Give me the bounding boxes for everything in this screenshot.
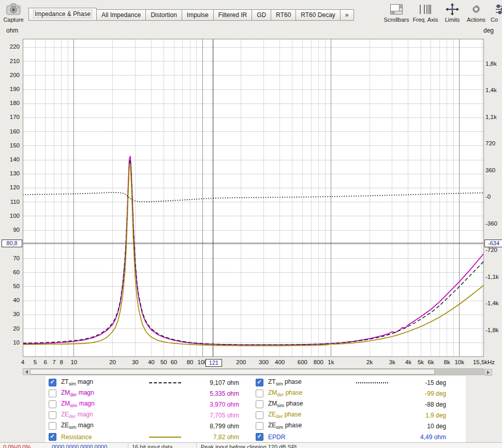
legend-value-zm-der-magn: 5,335 ohm xyxy=(190,390,239,397)
left-axis-tick: 90 xyxy=(1,227,20,233)
tab-more-tabs[interactable]: » xyxy=(340,9,354,21)
frequency-axis-tick: 20 xyxy=(109,359,116,365)
scrollbar-thumb[interactable] xyxy=(30,369,435,375)
right-axis-tick: -1,1k xyxy=(485,274,502,280)
plot-border xyxy=(23,39,484,357)
curve-zt-sim-phase xyxy=(23,192,484,202)
left-axis-tick: 150 xyxy=(1,142,20,148)
scroll-right-arrow[interactable] xyxy=(484,369,492,376)
frequency-axis-tick: 5k xyxy=(418,359,424,365)
legend-line-sample-zt-sim-phase xyxy=(346,382,397,383)
right-axis-tick: -1,4k xyxy=(485,300,502,306)
tab-rt60[interactable]: RT60 xyxy=(271,9,296,21)
legend-label-ze-der-magn: ZEder magn xyxy=(61,411,139,419)
legend-label-ze-sim-phase: ZEsim phase xyxy=(268,422,346,430)
actions-button[interactable]: Actions xyxy=(464,2,488,23)
left-axis-tick: 180 xyxy=(1,100,20,106)
frequency-axis-tick: 200 xyxy=(236,359,246,365)
controls-button[interactable]: Co xyxy=(488,2,502,23)
frequency-axis-tick: 4 xyxy=(21,359,24,365)
frequency-axis-tick: 40 xyxy=(148,359,155,365)
tab-distortion[interactable]: Distortion xyxy=(145,9,182,21)
legend-row-ze-der-phase: ZEder phase1,9 deg xyxy=(256,410,463,421)
legend-checkbox-ze-sim-phase[interactable] xyxy=(256,422,263,430)
right-axis-tick: -720 xyxy=(485,247,502,253)
graph-tab-bar: Impedance & PhaseAll ImpedanceDistortion… xyxy=(28,8,353,21)
toolbar-right-buttons: ScrollbarsFreq. AxisLimitsActionsCo xyxy=(382,2,502,23)
legend-row-zt-sim-magn: ZTsim magn9,107 ohm xyxy=(49,377,256,388)
frequency-axis-tick: 6k xyxy=(428,359,434,365)
left-axis-tick: 110 xyxy=(1,199,20,205)
frequency-axis-tick: 60 xyxy=(171,359,178,365)
right-axis-tick: -1,8k xyxy=(485,327,502,333)
tab-gd[interactable]: GD xyxy=(252,9,271,21)
legend-row-ze-der-magn: ZEder magn7,705 ohm xyxy=(49,410,256,421)
trace-legend: ZTsim magn9,107 ohmZMder magn5,335 ohmZM… xyxy=(46,376,466,443)
left-axis-tick: 30 xyxy=(1,311,20,317)
right-axis-tick: 1,8k xyxy=(485,61,502,67)
left-axis-tick: 20 xyxy=(1,325,20,332)
tab-filtered-ir[interactable]: Filtered IR xyxy=(213,9,252,21)
left-axis-tick: 130 xyxy=(1,170,20,176)
legend-row-ze-sim-magn: ZEsim magn8,799 ohm xyxy=(49,421,256,431)
legend-line-sample-zt-sim-magn xyxy=(139,382,190,383)
freq-axis-button[interactable]: Freq. Axis xyxy=(410,2,440,23)
legend-checkbox-zt-sim-magn[interactable] xyxy=(49,379,56,386)
scrollbars-button[interactable]: Scrollbars xyxy=(382,2,410,23)
left-axis-tick: 10 xyxy=(1,339,20,346)
cursor-ohm-readout: 80,8 xyxy=(2,240,22,247)
legend-row-zm-sim-magn: ZMsim magn3,970 ohm xyxy=(49,399,256,410)
tab-rt60-decay[interactable]: RT60 Decay xyxy=(296,9,340,21)
tab-all-impedance[interactable]: All Impedance xyxy=(96,9,146,21)
legend-label-zt-sim-phase: ZTsim phase xyxy=(268,378,346,386)
frequency-axis-tick: 30 xyxy=(132,359,139,365)
grid xyxy=(23,39,484,357)
legend-checkbox-resistance[interactable] xyxy=(49,433,56,441)
legend-checkbox-epdr[interactable] xyxy=(256,433,263,441)
freq-axis-icon xyxy=(410,2,440,17)
legend-checkbox-ze-der-phase[interactable] xyxy=(256,411,263,419)
actions-label: Actions xyxy=(464,17,488,23)
legend-value-resistance: 7,82 ohm xyxy=(190,434,239,441)
legend-checkbox-zm-sim-magn[interactable] xyxy=(49,400,56,408)
left-axis-tick: 40 xyxy=(1,297,20,303)
legend-value-ze-der-phase: 1,9 deg xyxy=(397,412,446,419)
frequency-axis-tick: 5 xyxy=(34,359,37,365)
left-axis-tick: 210 xyxy=(1,58,20,64)
horizontal-scrollbar[interactable] xyxy=(23,368,484,375)
limits-button[interactable]: Limits xyxy=(440,2,464,23)
sample-values: 0000 0000 0000 0000 xyxy=(52,444,107,448)
right-axis-unit: deg xyxy=(483,27,494,34)
actions-icon xyxy=(464,2,488,17)
left-axis-tick: 50 xyxy=(1,283,20,289)
legend-row-resistance: Resistance7,82 ohm xyxy=(49,431,256,442)
left-axis-tick: 100 xyxy=(1,213,20,219)
legend-checkbox-ze-sim-magn[interactable] xyxy=(49,422,56,430)
capture-button[interactable]: Capture xyxy=(1,2,26,23)
freq-axis-label: Freq. Axis xyxy=(410,17,440,23)
right-axis-tick: -360 xyxy=(485,220,502,227)
frequency-axis-tick: 80 xyxy=(187,359,194,365)
legend-row-zm-der-phase: ZMder phase-99 deg xyxy=(256,388,463,399)
legend-checkbox-zm-sim-phase[interactable] xyxy=(256,400,263,408)
right-axis-tick: 1,4k xyxy=(485,87,502,93)
legend-label-ze-sim-magn: ZEsim magn xyxy=(61,422,139,430)
tab-impulse[interactable]: Impulse xyxy=(182,9,214,21)
left-axis-tick: 60 xyxy=(1,269,20,275)
left-axis-tick: 160 xyxy=(1,128,20,135)
legend-checkbox-zm-der-magn[interactable] xyxy=(49,390,56,397)
tab-impedance-phase[interactable]: Impedance & Phase xyxy=(28,8,97,21)
frequency-axis-tick: 400 xyxy=(275,359,285,365)
frequency-axis-tick: 2k xyxy=(366,359,373,365)
frequency-axis-tick: 800 xyxy=(314,359,323,365)
legend-checkbox-ze-der-magn[interactable] xyxy=(49,411,56,419)
frequency-axis-tick: 1k xyxy=(328,359,334,365)
scroll-left-arrow[interactable] xyxy=(23,369,30,375)
controls-label: Co xyxy=(488,17,502,23)
scrollbars-icon xyxy=(382,2,410,17)
legend-checkbox-zt-sim-phase[interactable] xyxy=(256,379,263,386)
left-axis-unit: ohm xyxy=(6,27,18,34)
legend-column-magnitude: ZTsim magn9,107 ohmZMder magn5,335 ohmZM… xyxy=(49,377,256,442)
impedance-plot[interactable] xyxy=(23,39,484,357)
legend-checkbox-zm-der-phase[interactable] xyxy=(256,390,263,397)
